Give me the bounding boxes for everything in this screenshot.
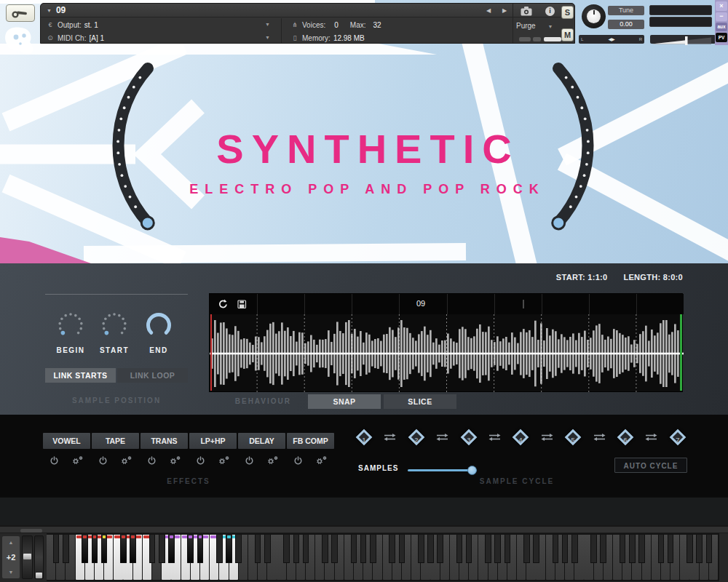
- wrench-button[interactable]: [6, 4, 35, 22]
- refresh-icon[interactable]: [218, 299, 228, 309]
- pv-button[interactable]: PV: [716, 33, 727, 42]
- swap-icon[interactable]: [384, 433, 396, 442]
- midi-dropdown-icon[interactable]: ▼: [265, 35, 270, 40]
- prev-instrument-button[interactable]: ◀: [483, 7, 494, 15]
- black-key[interactable]: [523, 535, 530, 563]
- black-key[interactable]: [130, 535, 136, 563]
- black-key[interactable]: [216, 535, 223, 563]
- sample-end-marker[interactable]: [680, 314, 682, 391]
- slice-button[interactable]: SLICE: [384, 394, 456, 409]
- knob-graphic[interactable]: [54, 308, 87, 342]
- black-key[interactable]: [629, 535, 636, 563]
- black-key[interactable]: [533, 535, 539, 563]
- camera-icon[interactable]: [521, 6, 532, 16]
- black-key[interactable]: [638, 535, 645, 563]
- gear-icon[interactable]: [72, 455, 84, 466]
- black-key[interactable]: [322, 535, 328, 563]
- info-icon[interactable]: i: [545, 7, 555, 16]
- black-key[interactable]: [466, 535, 472, 563]
- black-key[interactable]: [293, 535, 300, 563]
- effect-button[interactable]: LP+HP: [189, 433, 237, 449]
- mod-wheel-handle[interactable]: [36, 573, 42, 578]
- knob-begin[interactable]: BEGIN: [49, 308, 92, 354]
- collapse-icon[interactable]: ▼: [47, 8, 52, 13]
- pitch-wheel-handle[interactable]: [23, 554, 31, 559]
- black-key[interactable]: [571, 535, 578, 563]
- keyboard-scroll-handle[interactable]: [20, 529, 42, 533]
- link-loop-button[interactable]: LINK LOOP: [117, 368, 188, 383]
- black-key[interactable]: [360, 535, 367, 563]
- black-key[interactable]: [456, 535, 463, 563]
- black-key[interactable]: [255, 535, 261, 563]
- transpose-down-icon[interactable]: ▼: [9, 570, 14, 575]
- black-key[interactable]: [283, 535, 290, 563]
- keyboard-scroll-strip[interactable]: [0, 525, 728, 533]
- link-starts-button[interactable]: LINK STARTS: [45, 368, 116, 383]
- black-key[interactable]: [553, 535, 559, 563]
- cycle-step-5[interactable]: 5: [565, 429, 582, 446]
- purge-button[interactable]: Purge ▼: [516, 22, 553, 30]
- pan-handle-icon[interactable]: ◀▶: [608, 36, 614, 41]
- black-key[interactable]: [668, 535, 674, 563]
- black-key[interactable]: [235, 535, 242, 563]
- knob-graphic[interactable]: [142, 308, 175, 342]
- black-key[interactable]: [264, 535, 271, 563]
- solo-button[interactable]: S: [561, 6, 574, 19]
- black-key[interactable]: [562, 535, 569, 563]
- output-dropdown-icon[interactable]: ▼: [265, 22, 270, 27]
- black-key[interactable]: [485, 535, 491, 563]
- power-icon[interactable]: [50, 456, 59, 466]
- black-key[interactable]: [658, 535, 665, 563]
- samples-slider-handle[interactable]: [467, 466, 477, 475]
- black-key[interactable]: [92, 535, 98, 563]
- black-key[interactable]: [427, 535, 434, 563]
- power-icon[interactable]: [196, 456, 205, 466]
- black-key[interactable]: [149, 535, 156, 563]
- black-key[interactable]: [687, 535, 693, 563]
- black-key[interactable]: [696, 535, 703, 563]
- cycle-step-7[interactable]: 7: [670, 429, 687, 446]
- black-key[interactable]: [505, 535, 511, 563]
- minimize-button[interactable]: −: [716, 12, 727, 21]
- black-key[interactable]: [120, 535, 127, 563]
- black-key[interactable]: [370, 535, 376, 563]
- black-key[interactable]: [303, 535, 309, 563]
- black-key[interactable]: [197, 535, 204, 563]
- black-key[interactable]: [82, 535, 88, 563]
- swap-icon[interactable]: [436, 433, 448, 442]
- gear-icon[interactable]: [121, 455, 132, 466]
- black-key[interactable]: [600, 535, 606, 563]
- black-key[interactable]: [494, 535, 501, 563]
- black-key[interactable]: [590, 535, 597, 563]
- black-key[interactable]: [226, 535, 232, 563]
- knob-end[interactable]: END: [137, 308, 181, 354]
- cycle-step-6[interactable]: 6: [617, 429, 634, 446]
- aux-button[interactable]: aux: [716, 23, 727, 31]
- black-key[interactable]: [389, 535, 395, 563]
- volume-slider[interactable]: [650, 35, 716, 44]
- power-icon[interactable]: [245, 456, 254, 466]
- auto-cycle-button[interactable]: AUTO CYCLE: [614, 458, 687, 473]
- black-key[interactable]: [159, 535, 165, 563]
- save-icon[interactable]: [237, 300, 247, 309]
- black-key[interactable]: [437, 535, 443, 563]
- cycle-step-1[interactable]: 1: [356, 429, 373, 446]
- next-instrument-button[interactable]: ▶: [499, 7, 510, 15]
- black-key[interactable]: [331, 535, 338, 563]
- swap-icon[interactable]: [645, 433, 657, 442]
- black-key[interactable]: [706, 535, 713, 563]
- transpose-control[interactable]: ▲ +2 ▼: [2, 536, 20, 578]
- black-key[interactable]: [53, 535, 60, 563]
- gear-icon[interactable]: [316, 455, 328, 466]
- transpose-up-icon[interactable]: ▲: [9, 540, 14, 545]
- pan-slider[interactable]: L ◀▶ R: [579, 35, 644, 44]
- effect-button[interactable]: DELAY: [238, 433, 285, 449]
- gear-icon[interactable]: [170, 455, 181, 466]
- black-key[interactable]: [418, 535, 424, 563]
- black-key[interactable]: [101, 535, 108, 563]
- gear-icon[interactable]: [218, 455, 230, 466]
- cycle-step-4[interactable]: 4: [513, 429, 529, 446]
- effect-button[interactable]: TRANS: [141, 433, 188, 449]
- output-value[interactable]: st. 1: [84, 21, 98, 29]
- black-key[interactable]: [351, 535, 357, 563]
